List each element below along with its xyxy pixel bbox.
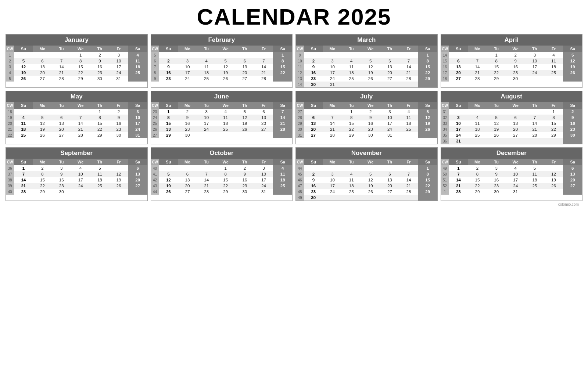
table-row: 4930 [296, 195, 437, 201]
month-march: MarchCWSuMoTuWeThFrSa9110234567811910111… [295, 34, 438, 88]
table-row: 119101112131415 [296, 64, 437, 70]
footer: colomio.com [6, 202, 582, 206]
month-header: July [296, 91, 437, 102]
table-row: 2011121314151617 [6, 120, 147, 126]
table-row: 272930 [151, 132, 293, 138]
table-row: 102345678 [296, 58, 437, 64]
table-row: 91 [296, 52, 437, 58]
table-row: 9232425262728 [151, 76, 293, 82]
month-header: December [441, 148, 582, 159]
table-row: 3631 [441, 138, 582, 144]
month-november: NovemberCWSuMoTuWeThFrSa4414523456784691… [295, 147, 438, 201]
month-july: JulyCWSuMoTuWeThFrSa27123452867891011122… [295, 91, 438, 144]
month-june: JuneCWSuMoTuWeThFrSa23123456724891011121… [151, 91, 293, 144]
month-header: January [6, 35, 147, 46]
table-row: 2118192021222324 [6, 126, 147, 132]
table-row: 312728293031 [296, 132, 437, 138]
table-row: 3112 [441, 109, 582, 115]
table-row: 419202122232425 [6, 70, 147, 76]
table-row: 5078910111213 [441, 171, 582, 177]
table-row: 4823242526272829 [296, 189, 437, 195]
table-row: 2633232425262728 [151, 126, 293, 132]
table-row: 2712345 [296, 109, 437, 115]
month-header: April [441, 35, 582, 46]
table-row: 40282930 [6, 189, 147, 195]
month-august: AugustCWSuMoTuWeThFrSa311232345678933101… [441, 91, 583, 144]
table-row: 2225262728293031 [6, 132, 147, 138]
table-row: 2913141516171819 [296, 120, 437, 126]
table-row: 44262728293031 [151, 189, 293, 195]
month-header: June [151, 91, 293, 102]
table-row: 11234 [6, 52, 147, 58]
month-header: September [6, 148, 147, 159]
table-row: 1613141516171819 [441, 64, 582, 70]
month-header: October [151, 148, 293, 159]
table-row: 62345678 [151, 58, 293, 64]
month-december: DecemberCWSuMoTuWeThFrSa4912345650789101… [441, 147, 583, 201]
table-row: 1945678910 [6, 115, 147, 120]
month-header: March [296, 35, 437, 46]
table-row: 79101112131415 [151, 64, 293, 70]
table-row: 3778910111213 [6, 171, 147, 177]
table-row: 469101112131415 [296, 177, 437, 183]
month-october: OctoberCWSuMoTuWeThFrSa40123441567891011… [151, 147, 293, 201]
month-january: JanuaryCWSuMoTuWeThFrSa11234256789101131… [6, 34, 148, 88]
table-row: 3310111213141516 [441, 120, 582, 126]
table-row: 51 [151, 52, 293, 58]
table-row: 3921222324252627 [6, 183, 147, 189]
month-header: August [441, 91, 582, 102]
calendar-grid: JanuaryCWSuMoTuWeThFrSa11234256789101131… [6, 34, 582, 201]
month-september: SeptemberCWSuMoTuWeThFrSa361234563778910… [6, 147, 148, 201]
table-row: 143031 [296, 82, 437, 87]
table-row: 2515161718192021 [151, 120, 293, 126]
table-row: 5114151617181920 [441, 177, 582, 183]
table-row: 1216171819202122 [296, 70, 437, 76]
table-row: 1412345 [441, 52, 582, 58]
table-row: 5262728293031 [6, 76, 147, 82]
table-row: 128293031 [441, 189, 582, 195]
table-row: 4716171819202122 [296, 183, 437, 189]
table-row: 1827282930 [441, 76, 582, 82]
month-header: February [151, 35, 293, 46]
table-row: 4212131415161718 [151, 177, 293, 183]
table-row: 5221222324252627 [441, 183, 582, 189]
table-row: 1323242526272829 [296, 76, 437, 82]
table-row: 3524252627282930 [441, 132, 582, 138]
table-row: 312131415161718 [6, 64, 147, 70]
month-may: MayCWSuMoTuWeThFrSa181231945678910201112… [6, 91, 148, 144]
table-row: 3020212223242526 [296, 126, 437, 132]
table-row: 49123456 [441, 165, 582, 171]
table-row: 2567891011 [6, 58, 147, 64]
month-header: November [296, 148, 437, 159]
month-february: FebruaryCWSuMoTuWeThFrSa5162345678791011… [151, 34, 293, 88]
table-row: 401234 [151, 165, 293, 171]
table-row: 36123456 [6, 165, 147, 171]
table-row: 3417181920212223 [441, 126, 582, 132]
month-header: May [6, 91, 147, 102]
table-row: 24891011121314 [151, 115, 293, 120]
page-title: CALENDAR 2025 [6, 4, 582, 30]
table-row: 41567891011 [151, 171, 293, 177]
table-row: 286789101112 [296, 115, 437, 120]
table-row: 231234567 [151, 109, 293, 115]
table-row: 156789101112 [441, 58, 582, 64]
table-row: 816171819202122 [151, 70, 293, 76]
table-row: 4319202122232425 [151, 183, 293, 189]
table-row: 323456789 [441, 115, 582, 120]
month-april: AprilCWSuMoTuWeThFrSa1412345156789101112… [441, 34, 583, 88]
table-row: 3814151617181920 [6, 177, 147, 183]
table-row: 18123 [6, 109, 147, 115]
table-row: 441 [296, 165, 437, 171]
table-row: 452345678 [296, 171, 437, 177]
table-row: 1720212223242526 [441, 70, 582, 76]
